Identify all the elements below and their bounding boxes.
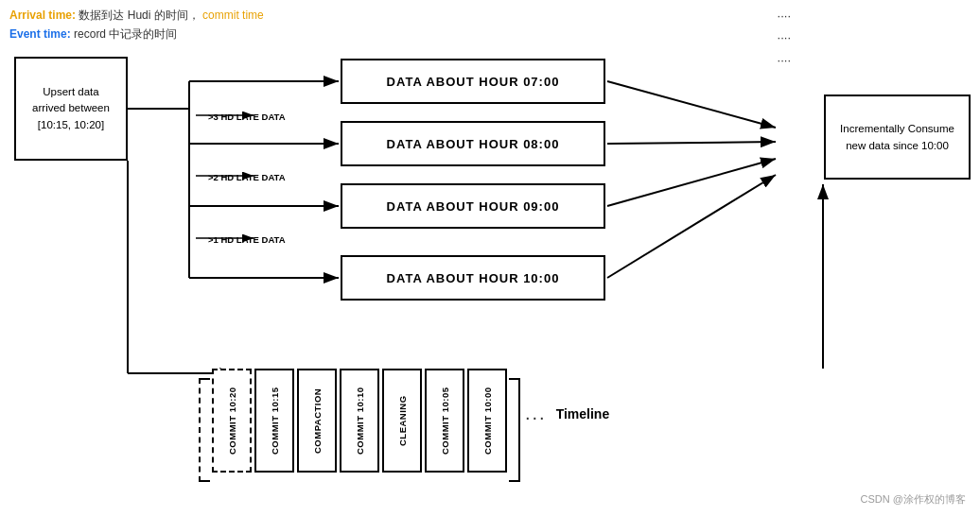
commit-box-1020: COMMIT 10:20: [212, 369, 252, 473]
late-1hd-label: >1 HD LATE DATA: [208, 234, 286, 245]
hour-box-09: DATA ABOUT HOUR 09:00: [341, 183, 605, 229]
commit-box-1005: COMMIT 10:05: [425, 369, 464, 473]
commit-box-1000: COMMIT 10:00: [467, 369, 507, 473]
dots-line-1: ····: [778, 5, 791, 26]
svg-line-12: [607, 159, 776, 206]
hour-box-08: DATA ABOUT HOUR 08:00: [341, 121, 605, 166]
commit-boxes-wrap: COMMIT 10:20 COMMIT 10:15 COMPACTION COM…: [212, 369, 507, 473]
timeline-bracket-right: [509, 378, 520, 482]
commit-box-compaction: COMPACTION: [297, 369, 337, 473]
arrival-label: Arrival time:: [9, 9, 76, 22]
hour-box-10: DATA ABOUT HOUR 10:00: [341, 255, 605, 301]
late-3hd-label: >3 HD LATE DATA: [208, 112, 286, 122]
commit-time-text: commit time: [202, 9, 264, 22]
consume-box: Incrementally Consume new data since 10:…: [824, 95, 971, 180]
event-text: record 中记录的时间: [74, 27, 177, 41]
top-labels: Arrival time: 数据到达 Hudi 的时间， commit time…: [9, 8, 264, 43]
dots-top: ···· ···· ····: [778, 5, 791, 71]
event-line: Event time: record 中记录的时间: [9, 26, 264, 43]
page: Arrival time: 数据到达 Hudi 的时间， commit time…: [0, 0, 980, 516]
timeline-dots: ···: [525, 406, 547, 428]
upsert-box: Upsert data arrived between [10:15, 10:2…: [14, 57, 128, 161]
csdn-watermark: CSDN @涂作权的博客: [861, 492, 966, 507]
timeline-area: COMMIT 10:20 COMMIT 10:15 COMPACTION COM…: [199, 369, 609, 482]
svg-line-13: [607, 175, 776, 278]
commit-box-1010: COMMIT 10:10: [340, 369, 379, 473]
svg-line-10: [607, 81, 776, 128]
timeline-bracket-left: [199, 378, 210, 482]
timeline-label: Timeline: [556, 406, 610, 421]
event-label: Event time:: [9, 27, 71, 41]
arrival-text: 数据到达 Hudi 的时间，: [79, 9, 199, 22]
arrival-line: Arrival time: 数据到达 Hudi 的时间， commit time: [9, 8, 264, 24]
commit-box-cleaning: CLEANING: [382, 369, 422, 473]
svg-line-11: [607, 142, 776, 144]
consume-text: Incrementally Consume new data since 10:…: [840, 120, 954, 155]
dots-line-3: ····: [778, 49, 791, 71]
late-2hd-label: >2 HD LATE DATA: [208, 172, 286, 182]
upsert-text: Upsert data arrived between [10:15, 10:2…: [32, 84, 110, 133]
hour-box-07: DATA ABOUT HOUR 07:00: [341, 59, 605, 104]
dots-line-2: ····: [778, 26, 791, 48]
commit-box-1015: COMMIT 10:15: [254, 369, 294, 473]
